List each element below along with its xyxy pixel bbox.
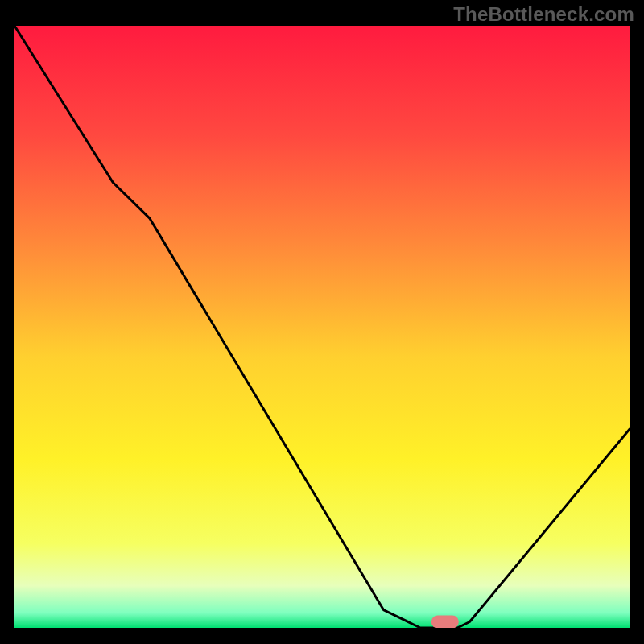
optimum-marker xyxy=(431,616,459,629)
chart-container: TheBottleneck.com xyxy=(0,0,644,644)
gradient-background xyxy=(14,26,630,628)
plot-area xyxy=(14,26,630,628)
watermark-text: TheBottleneck.com xyxy=(453,3,634,26)
chart-svg xyxy=(14,26,630,628)
